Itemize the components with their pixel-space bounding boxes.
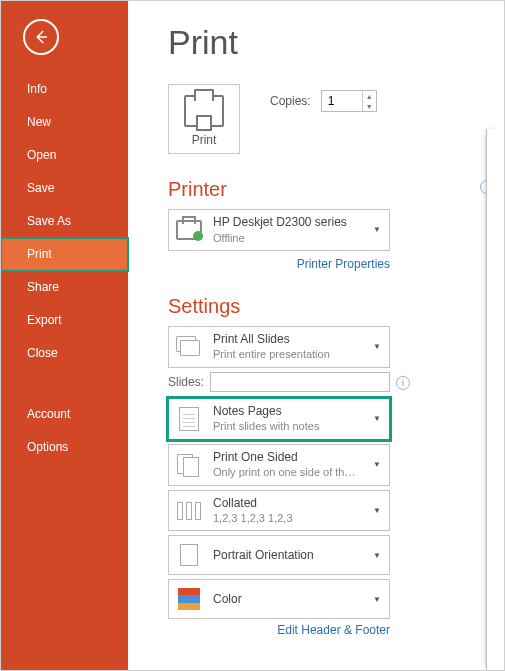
sidebar-item-export[interactable]: Export <box>1 304 128 337</box>
chevron-down-icon: ▼ <box>371 460 383 469</box>
orientation-title: Portrait Orientation <box>213 548 361 564</box>
sidebar-item-print[interactable]: Print <box>1 238 128 271</box>
layout-select[interactable]: Notes Pages Print slides with notes ▼ <box>168 398 390 440</box>
print-what-sub: Print entire presentation <box>213 347 361 361</box>
main-panel: Print Print Copies: ▲ ▼ Printer i <box>128 1 504 670</box>
collate-title: Collated <box>213 496 361 512</box>
sides-title: Print One Sided <box>213 450 361 466</box>
back-button[interactable] <box>23 19 59 55</box>
sidebar-item-save-as[interactable]: Save As <box>1 205 128 238</box>
sidebar: Info New Open Save Save As Print Share E… <box>1 1 128 670</box>
sides-select[interactable]: Print One Sided Only print on one side o… <box>168 444 390 486</box>
chevron-down-icon: ▼ <box>371 342 383 351</box>
copies-group: Copies: ▲ ▼ <box>270 84 377 112</box>
sidebar-item-new[interactable]: New <box>1 106 128 139</box>
preview-pane-edge <box>486 129 504 670</box>
chevron-down-icon: ▼ <box>371 551 383 560</box>
backstage-view: Info New Open Save Save As Print Share E… <box>1 1 504 670</box>
print-button-label: Print <box>173 133 235 147</box>
chevron-down-icon: ▼ <box>371 595 383 604</box>
edit-header-footer-link[interactable]: Edit Header & Footer <box>168 623 390 637</box>
sidebar-item-share[interactable]: Share <box>1 271 128 304</box>
sides-sub: Only print on one side of th… <box>213 465 361 479</box>
one-sided-icon <box>175 451 203 479</box>
color-icon <box>175 585 203 613</box>
notes-page-icon <box>175 405 203 433</box>
info-icon[interactable]: i <box>396 376 410 390</box>
color-select[interactable]: Color ▼ <box>168 579 390 619</box>
print-what-select[interactable]: Print All Slides Print entire presentati… <box>168 326 390 368</box>
chevron-down-icon: ▼ <box>371 506 383 515</box>
collate-select[interactable]: Collated 1,2,3 1,2,3 1,2,3 ▼ <box>168 490 390 532</box>
slides-range-group: Slides: i <box>168 372 390 392</box>
print-button[interactable]: Print <box>168 84 240 154</box>
page-title: Print <box>168 23 494 62</box>
printer-icon <box>184 95 224 127</box>
collate-sub: 1,2,3 1,2,3 1,2,3 <box>213 511 361 525</box>
sidebar-item-open[interactable]: Open <box>1 139 128 172</box>
copies-label: Copies: <box>270 94 311 108</box>
color-title: Color <box>213 592 361 608</box>
back-arrow-icon <box>32 28 50 46</box>
settings-heading: Settings <box>168 295 494 318</box>
printer-name: HP Deskjet D2300 series <box>213 215 361 231</box>
print-what-title: Print All Slides <box>213 332 361 348</box>
printer-properties-link[interactable]: Printer Properties <box>168 257 390 271</box>
sidebar-item-account[interactable]: Account <box>1 398 128 431</box>
copies-up-icon[interactable]: ▲ <box>363 91 376 101</box>
copies-spinbox[interactable]: ▲ ▼ <box>321 90 377 112</box>
slides-range-input[interactable] <box>210 372 390 392</box>
sidebar-item-options[interactable]: Options <box>1 431 128 464</box>
slides-range-label: Slides: <box>168 375 204 389</box>
sidebar-item-info[interactable]: Info <box>1 73 128 106</box>
chevron-down-icon: ▼ <box>371 225 383 234</box>
copies-down-icon[interactable]: ▼ <box>363 101 376 111</box>
slides-deck-icon <box>175 333 203 361</box>
printer-status: Offline <box>213 231 361 245</box>
orientation-icon <box>175 541 203 569</box>
printer-select[interactable]: HP Deskjet D2300 series Offline ▼ <box>168 209 390 251</box>
sidebar-item-save[interactable]: Save <box>1 172 128 205</box>
sidebar-item-close[interactable]: Close <box>1 337 128 370</box>
layout-title: Notes Pages <box>213 404 361 420</box>
printer-status-icon <box>175 216 203 244</box>
orientation-select[interactable]: Portrait Orientation ▼ <box>168 535 390 575</box>
chevron-down-icon: ▼ <box>371 414 383 423</box>
layout-sub: Print slides with notes <box>213 419 361 433</box>
copies-input[interactable] <box>322 91 362 111</box>
copies-arrows: ▲ ▼ <box>362 91 376 111</box>
collate-icon <box>175 497 203 525</box>
printer-heading: Printer <box>168 178 494 201</box>
